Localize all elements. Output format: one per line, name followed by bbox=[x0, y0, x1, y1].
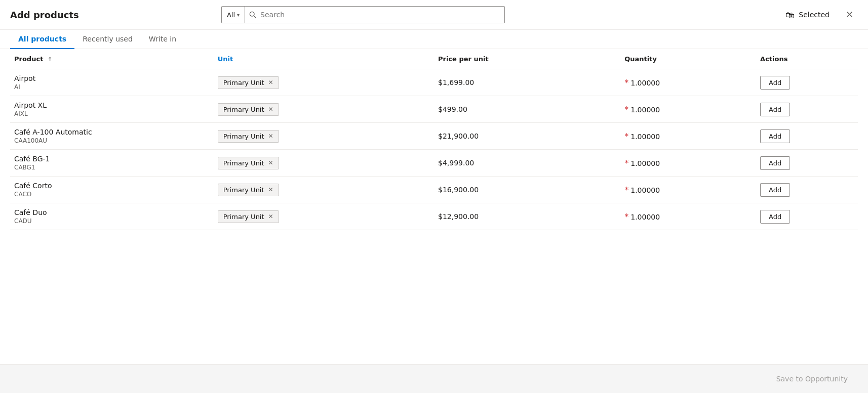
product-code-2: CAA100AU bbox=[14, 137, 210, 144]
add-button-4[interactable]: Add bbox=[760, 183, 790, 197]
product-code-4: CACO bbox=[14, 191, 210, 198]
search-input[interactable] bbox=[260, 7, 504, 23]
col-header-price[interactable]: Price per unit bbox=[434, 49, 620, 69]
save-to-opportunity-button[interactable]: Save to Opportunity bbox=[766, 371, 858, 387]
actions-cell-2: Add bbox=[756, 123, 858, 150]
add-button-2[interactable]: Add bbox=[760, 129, 790, 143]
unit-tag-0[interactable]: Primary Unit ✕ bbox=[218, 76, 279, 89]
table-row: Café Corto CACO Primary Unit ✕ $16,900.0… bbox=[10, 177, 858, 203]
price-cell-1: $499.00 bbox=[434, 96, 620, 123]
required-mark-2: * bbox=[624, 132, 628, 141]
actions-cell-0: Add bbox=[756, 69, 858, 96]
product-name-3: Café BG-1 bbox=[14, 155, 210, 163]
unit-tag-1[interactable]: Primary Unit ✕ bbox=[218, 103, 279, 116]
product-cell-2: Café A-100 Automatic CAA100AU bbox=[10, 123, 214, 150]
product-cell-4: Café Corto CACO bbox=[10, 177, 214, 203]
product-code-0: AI bbox=[14, 83, 210, 91]
product-name-4: Café Corto bbox=[14, 182, 210, 190]
tabs-bar: All products Recently used Write in bbox=[0, 30, 868, 49]
table-row: Airpot XL AIXL Primary Unit ✕ $499.00 *1… bbox=[10, 96, 858, 123]
modal-header: Add products All ▾ 🛍 Selected ✕ bbox=[0, 0, 868, 30]
table-row: Café Duo CADU Primary Unit ✕ $12,900.00 … bbox=[10, 203, 858, 230]
qty-cell-1: *1.00000 bbox=[620, 96, 756, 123]
unit-cell-4: Primary Unit ✕ bbox=[214, 177, 434, 203]
unit-remove-0[interactable]: ✕ bbox=[268, 79, 273, 85]
modal-footer: Save to Opportunity bbox=[0, 364, 868, 393]
required-mark-4: * bbox=[624, 185, 628, 195]
search-icon bbox=[245, 11, 260, 18]
unit-remove-2[interactable]: ✕ bbox=[268, 133, 273, 139]
products-table-container: Product ↑ Unit Price per unit Quantity A… bbox=[0, 49, 868, 364]
unit-remove-3[interactable]: ✕ bbox=[268, 160, 273, 166]
unit-label-4: Primary Unit bbox=[223, 186, 264, 194]
unit-label-0: Primary Unit bbox=[223, 79, 264, 86]
col-qty-label: Quantity bbox=[624, 55, 657, 63]
chevron-down-icon: ▾ bbox=[237, 12, 240, 18]
add-button-3[interactable]: Add bbox=[760, 156, 790, 170]
actions-cell-4: Add bbox=[756, 177, 858, 203]
tab-write-in[interactable]: Write in bbox=[141, 30, 184, 49]
unit-label-2: Primary Unit bbox=[223, 133, 264, 140]
product-code-3: CABG1 bbox=[14, 164, 210, 171]
unit-cell-3: Primary Unit ✕ bbox=[214, 150, 434, 177]
close-button[interactable]: ✕ bbox=[842, 7, 858, 23]
unit-cell-2: Primary Unit ✕ bbox=[214, 123, 434, 150]
add-button-0[interactable]: Add bbox=[760, 76, 790, 90]
selected-button[interactable]: 🛍 Selected bbox=[781, 8, 834, 22]
table-row: Café A-100 Automatic CAA100AU Primary Un… bbox=[10, 123, 858, 150]
add-button-5[interactable]: Add bbox=[760, 210, 790, 224]
actions-cell-3: Add bbox=[756, 150, 858, 177]
price-cell-0: $1,699.00 bbox=[434, 69, 620, 96]
price-cell-3: $4,999.00 bbox=[434, 150, 620, 177]
required-mark-5: * bbox=[624, 212, 628, 222]
unit-label-1: Primary Unit bbox=[223, 106, 264, 113]
qty-cell-5: *1.00000 bbox=[620, 203, 756, 230]
product-name-2: Café A-100 Automatic bbox=[14, 128, 210, 136]
unit-remove-4[interactable]: ✕ bbox=[268, 187, 273, 193]
col-unit-label: Unit bbox=[218, 55, 233, 63]
svg-line-1 bbox=[254, 16, 256, 18]
col-product-label: Product bbox=[14, 55, 43, 63]
unit-cell-0: Primary Unit ✕ bbox=[214, 69, 434, 96]
col-header-unit[interactable]: Unit bbox=[214, 49, 434, 69]
unit-remove-5[interactable]: ✕ bbox=[268, 213, 273, 220]
modal-title: Add products bbox=[10, 10, 79, 20]
tab-all-products[interactable]: All products bbox=[10, 30, 74, 49]
unit-tag-4[interactable]: Primary Unit ✕ bbox=[218, 184, 279, 196]
unit-cell-5: Primary Unit ✕ bbox=[214, 203, 434, 230]
product-cell-5: Café Duo CADU bbox=[10, 203, 214, 230]
unit-label-3: Primary Unit bbox=[223, 159, 264, 167]
qty-cell-3: *1.00000 bbox=[620, 150, 756, 177]
qty-cell-4: *1.00000 bbox=[620, 177, 756, 203]
unit-tag-3[interactable]: Primary Unit ✕ bbox=[218, 157, 279, 169]
search-bar: All ▾ bbox=[221, 6, 505, 23]
product-code-5: CADU bbox=[14, 217, 210, 225]
unit-tag-2[interactable]: Primary Unit ✕ bbox=[218, 130, 279, 143]
product-cell-0: Airpot AI bbox=[10, 69, 214, 96]
unit-label-5: Primary Unit bbox=[223, 213, 264, 221]
price-cell-5: $12,900.00 bbox=[434, 203, 620, 230]
col-actions-label: Actions bbox=[760, 55, 787, 63]
col-header-quantity[interactable]: Quantity bbox=[620, 49, 756, 69]
tab-recently-used[interactable]: Recently used bbox=[74, 30, 141, 49]
price-cell-2: $21,900.00 bbox=[434, 123, 620, 150]
product-cell-1: Airpot XL AIXL bbox=[10, 96, 214, 123]
table-row: Airpot AI Primary Unit ✕ $1,699.00 *1.00… bbox=[10, 69, 858, 96]
table-row: Café BG-1 CABG1 Primary Unit ✕ $4,999.00… bbox=[10, 150, 858, 177]
selected-label: Selected bbox=[799, 11, 830, 19]
unit-tag-5[interactable]: Primary Unit ✕ bbox=[218, 210, 279, 223]
product-cell-3: Café BG-1 CABG1 bbox=[10, 150, 214, 177]
add-button-1[interactable]: Add bbox=[760, 103, 790, 116]
unit-remove-1[interactable]: ✕ bbox=[268, 106, 273, 112]
table-header-row: Product ↑ Unit Price per unit Quantity A… bbox=[10, 49, 858, 69]
required-mark-0: * bbox=[624, 78, 628, 88]
qty-cell-0: *1.00000 bbox=[620, 69, 756, 96]
price-cell-4: $16,900.00 bbox=[434, 177, 620, 203]
unit-cell-1: Primary Unit ✕ bbox=[214, 96, 434, 123]
col-header-product[interactable]: Product ↑ bbox=[10, 49, 214, 69]
product-code-1: AIXL bbox=[14, 110, 210, 117]
search-filter-dropdown[interactable]: All ▾ bbox=[222, 7, 245, 23]
col-price-label: Price per unit bbox=[438, 55, 489, 63]
required-mark-3: * bbox=[624, 158, 628, 168]
qty-cell-2: *1.00000 bbox=[620, 123, 756, 150]
